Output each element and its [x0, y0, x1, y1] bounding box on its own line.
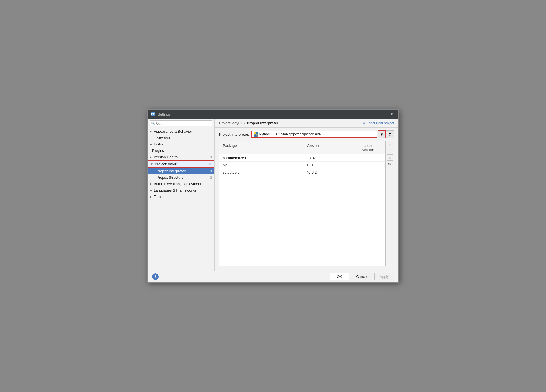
- sidebar-item-appearance-behavior[interactable]: ▶ Appearance & Behavior: [148, 128, 214, 135]
- eye-icon: 👁: [388, 162, 392, 166]
- main-content: Project: day01 › Project Interpreter ⊕ F…: [215, 119, 398, 271]
- copy-icon: ⧉: [210, 155, 212, 159]
- interpreter-label: Project Interpreter:: [219, 132, 249, 137]
- interpreter-dropdown-button[interactable]: ▼: [378, 130, 386, 138]
- sidebar-item-build-execution-deployment[interactable]: ▶ Build, Execution, Deployment: [148, 181, 214, 187]
- breadcrumb: Project: day01 › Project Interpreter ⊕ F…: [215, 119, 398, 128]
- sidebar-item-label: Appearance & Behavior: [154, 129, 192, 133]
- up-arrow-icon: ▲: [388, 155, 392, 160]
- search-icon: 🔍: [151, 122, 155, 125]
- for-current-project-link[interactable]: ⊕ For current project: [363, 121, 394, 125]
- cell-latest-version: [359, 157, 385, 159]
- close-button[interactable]: ✕: [389, 111, 395, 117]
- apply-button[interactable]: Apply: [374, 273, 394, 280]
- interpreter-gear-button[interactable]: ⚙: [386, 130, 394, 138]
- ok-button[interactable]: OK: [330, 273, 349, 280]
- column-package: Package: [219, 142, 303, 153]
- help-icon: ?: [154, 274, 156, 279]
- interpreter-select-wrapper: Py Python 3.6 C:\develop\python\python.e…: [251, 130, 394, 138]
- python-icon: Py: [254, 132, 258, 137]
- sidebar-item-editor[interactable]: ▶ Editor: [148, 141, 214, 147]
- cell-package: pip: [219, 162, 303, 169]
- gear-icon: ⚙: [388, 132, 392, 137]
- sidebar-item-plugins[interactable]: Plugins: [148, 147, 214, 154]
- breadcrumb-current: Project Interpreter: [247, 121, 278, 125]
- sidebar-item-project-interpreter[interactable]: Project Interpreter ⧉: [148, 168, 214, 174]
- upgrade-package-button[interactable]: ▲: [387, 154, 393, 161]
- expand-arrow-icon: ▶: [150, 130, 152, 133]
- cell-package: setuptools: [219, 169, 303, 176]
- breadcrumb-parent: Project: day01: [219, 121, 242, 125]
- sidebar-item-project-structure[interactable]: Project Structure ⧉: [148, 174, 214, 181]
- interpreter-row: Project Interpreter: Py Python 3.6 C:\de…: [215, 128, 398, 141]
- sidebar-item-label: Keymap: [156, 136, 170, 140]
- expand-arrow-icon: ▶: [150, 182, 152, 185]
- search-box[interactable]: 🔍: [150, 120, 212, 126]
- sidebar-item-label: Tools: [154, 195, 162, 199]
- cell-latest-version: [359, 164, 385, 167]
- remove-package-button[interactable]: −: [387, 148, 393, 154]
- app-icon: PC: [151, 112, 155, 116]
- expand-arrow-icon: ▶: [150, 143, 152, 146]
- copy-icon: ⧉: [209, 162, 212, 166]
- expand-arrow-icon: ▶: [150, 156, 152, 159]
- minus-icon: −: [389, 149, 391, 153]
- interpreter-input[interactable]: Py Python 3.6 C:\develop\python\python.e…: [251, 131, 377, 138]
- sidebar-item-tools[interactable]: ▶ Tools: [148, 193, 214, 200]
- cell-version: 40.6.2: [303, 169, 359, 176]
- cell-version: 18.1: [303, 162, 359, 169]
- dialog-body: 🔍 ▶ Appearance & Behavior Keymap ▶ Edito…: [148, 119, 398, 271]
- settings-dialog: PC Settings ✕ 🔍 ▶ Appearance & Behavior …: [147, 109, 399, 283]
- dialog-title: Settings: [158, 112, 171, 116]
- breadcrumb-separator: ›: [244, 121, 245, 125]
- help-button[interactable]: ?: [152, 273, 159, 280]
- cell-latest-version: [359, 171, 385, 174]
- cell-version: 0.7.4: [303, 154, 359, 161]
- sidebar-item-label: Project: day01: [155, 162, 178, 166]
- sidebar-item-label: Editor: [154, 142, 163, 146]
- title-bar: PC Settings ✕: [148, 110, 398, 119]
- expand-arrow-icon: ▶: [150, 189, 152, 192]
- show-package-button[interactable]: 👁: [387, 161, 393, 167]
- cell-package: parameterized: [219, 154, 303, 161]
- expand-arrow-icon: ▼: [150, 162, 153, 166]
- table-row[interactable]: pip 18.1: [219, 162, 385, 169]
- dialog-footer: ? OK Cancel Apply: [148, 271, 398, 282]
- table-body: parameterized 0.7.4 pi: [219, 154, 385, 266]
- sidebar-item-label: Languages & Frameworks: [154, 188, 196, 192]
- sidebar-item-label: Project Interpreter: [156, 169, 186, 173]
- packages-area: Package Version Latest version: [215, 141, 398, 271]
- sidebar: 🔍 ▶ Appearance & Behavior Keymap ▶ Edito…: [148, 119, 215, 271]
- table-header: Package Version Latest version: [219, 141, 385, 154]
- copy-icon: ⧉: [210, 169, 212, 173]
- plus-icon: +: [389, 142, 391, 146]
- table-row[interactable]: setuptools 40.6.2: [219, 169, 385, 176]
- svg-text:Py: Py: [254, 133, 257, 136]
- add-package-button[interactable]: +: [387, 141, 393, 147]
- column-latest-version: Latest version: [359, 142, 385, 153]
- copy-icon: ⧉: [210, 176, 212, 180]
- packages-table: Package Version Latest version: [219, 141, 386, 266]
- sidebar-item-keymap[interactable]: Keymap: [148, 135, 214, 141]
- sidebar-item-languages-frameworks[interactable]: ▶ Languages & Frameworks: [148, 187, 214, 193]
- title-bar-left: PC Settings: [151, 112, 171, 116]
- sidebar-item-label: Project Structure: [156, 175, 184, 180]
- expand-arrow-icon: ▶: [150, 195, 152, 198]
- side-actions: + − ▲ 👁: [386, 141, 394, 266]
- sidebar-item-label: Plugins: [152, 149, 164, 153]
- footer-left: ?: [152, 273, 159, 280]
- sidebar-item-project-day01[interactable]: ▼ Project: day01 ⧉: [148, 160, 214, 168]
- sidebar-item-version-control[interactable]: ▶ Version Control ⧉: [148, 154, 214, 160]
- column-version: Version: [303, 142, 359, 153]
- sidebar-item-label: Version Control: [154, 155, 179, 159]
- interpreter-value: Python 3.6 C:\develop\python\python.exe: [259, 132, 321, 136]
- sidebar-item-label: Build, Execution, Deployment: [154, 182, 201, 186]
- search-input[interactable]: [150, 120, 212, 126]
- cancel-button[interactable]: Cancel: [352, 273, 372, 280]
- chevron-down-icon: ▼: [380, 132, 384, 137]
- table-row[interactable]: parameterized 0.7.4: [219, 154, 385, 162]
